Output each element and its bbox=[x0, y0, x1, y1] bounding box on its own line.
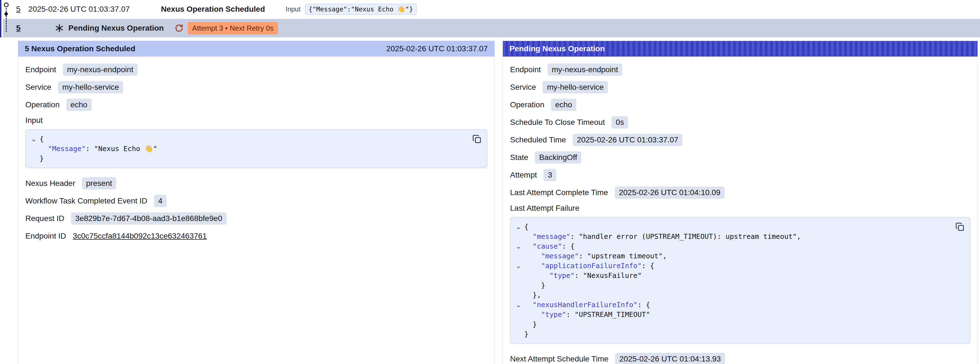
field-value-chip: 3 bbox=[544, 169, 556, 181]
pending-fields-top: Endpointmy-nexus-endpointServicemy-hello… bbox=[510, 63, 970, 199]
detail-field-row: Nexus Headerpresent bbox=[25, 177, 487, 190]
collapse-chevron-icon[interactable]: ⌄ bbox=[512, 300, 524, 310]
event-input-label: Input bbox=[286, 5, 300, 13]
field-label: Scheduled Time bbox=[510, 136, 566, 144]
code-text: "message": "upstream timeout", bbox=[524, 251, 667, 261]
json-line: "message": "handler error (UPSTREAM_TIME… bbox=[512, 231, 950, 241]
field-label: Endpoint bbox=[510, 65, 541, 74]
code-text: "message": "handler error (UPSTREAM_TIME… bbox=[524, 231, 801, 241]
field-value-link[interactable]: 3c0c75ccfa8144b092c13ce632463761 bbox=[73, 231, 207, 241]
field-value-chip: my-hello-service bbox=[542, 81, 608, 93]
json-line: } bbox=[28, 153, 468, 163]
code-gutter bbox=[512, 251, 524, 261]
code-gutter bbox=[512, 290, 524, 300]
field-label: Endpoint bbox=[25, 65, 56, 74]
collapse-chevron-icon[interactable]: ⌄ bbox=[512, 261, 524, 271]
field-label: Workflow Task Completed Event ID bbox=[25, 196, 147, 205]
json-line: } bbox=[512, 280, 950, 290]
field-value-chip: present bbox=[82, 177, 116, 190]
scheduled-panel-header: 5 Nexus Operation Scheduled 2025-02-26 U… bbox=[18, 41, 495, 57]
detail-field-row: Operationecho bbox=[510, 98, 970, 111]
collapse-chevron-icon[interactable]: ⌄ bbox=[28, 134, 40, 144]
failure-json-block: ⌄{ "message": "handler error (UPSTREAM_T… bbox=[510, 217, 970, 344]
detail-field-row: Attempt3 bbox=[510, 169, 970, 182]
code-text: }, bbox=[524, 290, 541, 300]
code-text: { bbox=[524, 222, 528, 231]
detail-field-row: Request ID3e829b7e-7d67-4b08-aad3-b1e868… bbox=[25, 212, 487, 225]
field-label: Operation bbox=[25, 101, 60, 109]
json-line: } bbox=[512, 319, 950, 329]
code-gutter bbox=[28, 153, 40, 163]
copy-button[interactable] bbox=[471, 133, 483, 145]
code-gutter bbox=[512, 319, 524, 329]
event-id-link[interactable]: 5 bbox=[16, 5, 21, 14]
code-gutter bbox=[512, 280, 524, 290]
json-line: ⌄{ bbox=[512, 222, 950, 231]
detail-field-row: Next Attempt Schedule Time2025-02-26 UTC… bbox=[510, 353, 970, 364]
code-gutter bbox=[512, 310, 524, 319]
timeline-connector-dashed bbox=[6, 8, 7, 32]
event-input-preview-chip: {"Message":"Nexus Echo 👋"} bbox=[305, 4, 417, 15]
detail-field-row: Last Attempt Complete Time2025-02-26 UTC… bbox=[510, 186, 970, 199]
input-section-label: Input bbox=[25, 116, 487, 125]
panel-pending-nexus-operation: Pending Nexus Operation Endpointmy-nexus… bbox=[503, 41, 978, 364]
pending-panel-header: Pending Nexus Operation bbox=[503, 41, 977, 57]
detail-field-row: Schedule To Close Timeout0s bbox=[510, 116, 970, 129]
code-text: "Message": "Nexus Echo 👋" bbox=[40, 144, 158, 153]
pending-panel-body: Endpointmy-nexus-endpointServicemy-hello… bbox=[503, 57, 977, 364]
detail-field-row: Endpointmy-nexus-endpoint bbox=[25, 63, 487, 76]
copy-button[interactable] bbox=[954, 221, 966, 233]
field-value-chip: my-hello-service bbox=[58, 81, 123, 93]
field-label: Attempt bbox=[510, 171, 537, 179]
retry-arrow-icon bbox=[174, 23, 184, 33]
code-text: "type": "NexusFailure" bbox=[524, 271, 641, 280]
field-value-chip: my-nexus-endpoint bbox=[548, 64, 622, 76]
code-gutter bbox=[512, 271, 524, 280]
json-line: } bbox=[512, 329, 950, 339]
detail-field-row: Scheduled Time2025-02-26 UTC 01:03:37.07 bbox=[510, 134, 970, 146]
detail-field-row: Operationecho bbox=[25, 98, 487, 111]
code-text: } bbox=[524, 319, 537, 329]
json-line: ⌄ "nexusHandlerFailureInfo": { bbox=[512, 300, 950, 310]
json-line: ⌄{ bbox=[28, 134, 468, 144]
json-line: "Message": "Nexus Echo 👋" bbox=[28, 144, 468, 153]
field-value-chip: my-nexus-endpoint bbox=[63, 64, 138, 76]
scheduled-fields-bottom: Nexus HeaderpresentWorkflow Task Complet… bbox=[25, 177, 487, 243]
event-timestamp: 2025-02-26 UTC 01:03:37.07 bbox=[29, 5, 130, 14]
input-json-block: ⌄{ "Message": "Nexus Echo 👋"} bbox=[25, 129, 487, 168]
panel-nexus-operation-scheduled: 5 Nexus Operation Scheduled 2025-02-26 U… bbox=[18, 41, 495, 364]
field-value-chip: echo bbox=[66, 99, 92, 111]
failure-section-label: Last Attempt Failure bbox=[510, 204, 970, 213]
json-line: "message": "upstream timeout", bbox=[512, 251, 950, 261]
pending-fields-bottom: Next Attempt Schedule Time2025-02-26 UTC… bbox=[510, 353, 970, 364]
event-row-nexus-operation-scheduled[interactable]: 5 2025-02-26 UTC 01:03:37.07 Nexus Opera… bbox=[0, 0, 980, 18]
event-row-pending-nexus-operation[interactable]: 5 Pending Nexus Operation Attempt 3 • Ne… bbox=[3, 19, 980, 37]
field-label: State bbox=[510, 153, 528, 162]
pending-panel-title: Pending Nexus Operation bbox=[509, 44, 605, 53]
json-line: "type": "NexusFailure" bbox=[512, 271, 950, 280]
field-value-chip: 2025-02-26 UTC 01:03:37.07 bbox=[573, 134, 682, 146]
field-value-chip: 0s bbox=[611, 116, 628, 128]
detail-field-row: Workflow Task Completed Event ID4 bbox=[25, 195, 487, 208]
field-value-chip: 2025-02-26 UTC 01:04:13.93 bbox=[615, 353, 725, 364]
detail-field-row: Endpointmy-nexus-endpoint bbox=[510, 63, 970, 76]
field-value-chip: BackingOff bbox=[535, 151, 581, 164]
event-id-link[interactable]: 5 bbox=[16, 24, 21, 33]
code-gutter bbox=[28, 144, 40, 153]
field-value-chip: echo bbox=[551, 99, 576, 111]
field-label: Endpoint ID bbox=[25, 231, 66, 241]
scheduled-panel-title: 5 Nexus Operation Scheduled bbox=[25, 44, 135, 53]
field-value-chip: 3e829b7e-7d67-4b08-aad3-b1e868bfe9e0 bbox=[71, 212, 226, 225]
field-label: Service bbox=[510, 83, 536, 92]
field-value-chip: 2025-02-26 UTC 01:04:10.09 bbox=[615, 187, 725, 199]
input-json-lines: ⌄{ "Message": "Nexus Echo 👋"} bbox=[28, 134, 468, 163]
field-label: Service bbox=[25, 83, 51, 92]
collapse-chevron-icon[interactable]: ⌄ bbox=[512, 222, 524, 231]
code-text: "applicationFailureInfo": { bbox=[524, 261, 654, 271]
json-line: ⌄ "applicationFailureInfo": { bbox=[512, 261, 950, 271]
collapse-chevron-icon[interactable]: ⌄ bbox=[512, 241, 524, 251]
scheduled-panel-timestamp: 2025-02-26 UTC 01:03:37.07 bbox=[387, 44, 488, 53]
field-value-chip: 4 bbox=[154, 195, 167, 207]
code-text: } bbox=[524, 329, 528, 339]
detail-field-row: Servicemy-hello-service bbox=[510, 81, 970, 94]
